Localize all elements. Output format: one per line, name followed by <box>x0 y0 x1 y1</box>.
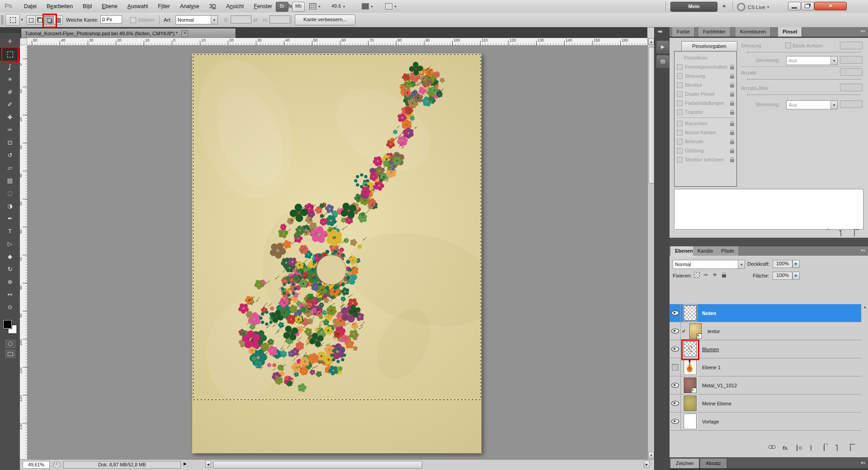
checkbox[interactable] <box>677 100 683 106</box>
panel-menu-icon[interactable]: ▾≡ <box>861 461 865 465</box>
brush-presets-button[interactable]: Pinselvorgaben <box>681 41 737 52</box>
control-dropdown-1[interactable]: Aus▼ <box>786 56 838 65</box>
layer-style-icon[interactable]: fx. <box>783 445 788 451</box>
cs-live-menu[interactable]: CS Live▼ <box>737 3 769 11</box>
delete-brush-icon[interactable] <box>854 230 861 236</box>
lock-icon[interactable] <box>730 141 734 144</box>
restore-button[interactable] <box>801 2 814 10</box>
document-canvas[interactable] <box>192 53 481 453</box>
lock-icon[interactable] <box>730 112 734 115</box>
brush-section-streuung[interactable]: Streuung <box>675 71 736 80</box>
checkbox[interactable] <box>677 64 683 70</box>
eyedropper-tool[interactable]: ✐ <box>0 99 20 111</box>
tab-korrekturen[interactable]: Korrekturen <box>736 27 771 37</box>
antialias-checkbox[interactable] <box>130 17 136 23</box>
collapse-panels-icon[interactable]: ◀◀ <box>657 29 661 33</box>
scroll-up-icon[interactable]: ▲ <box>648 38 654 45</box>
panel-menu-icon[interactable]: ▾≡ <box>861 248 865 253</box>
lock-icon[interactable] <box>730 132 734 135</box>
lasso-tool[interactable]: ʆ <box>0 61 20 73</box>
scroll-down-icon[interactable]: ▼ <box>648 452 654 458</box>
brush-section-pinselform[interactable]: Pinselform <box>675 53 736 62</box>
brush-section-transfer[interactable]: Transfer <box>675 108 736 117</box>
blur-tool[interactable]: ◌ <box>0 187 20 200</box>
layer-row-noten[interactable]: Noten <box>670 304 861 322</box>
checkbox[interactable] <box>677 109 683 115</box>
lock-position-icon[interactable]: ✛ <box>711 271 718 278</box>
vertical-scrollbar[interactable]: ▲ ▼ <box>647 38 655 459</box>
close-tab-icon[interactable]: × <box>181 30 188 37</box>
vertical-ruler[interactable]: 0102030405060708090100110120130 <box>20 45 28 459</box>
scatter-value-box[interactable] <box>840 42 863 49</box>
brush-section-airbrush[interactable]: Airbrush <box>675 137 736 146</box>
checkbox[interactable] <box>677 148 683 154</box>
status-flyout-arrow[interactable]: ▶ <box>184 461 187 466</box>
layer-thumbnail[interactable] <box>684 341 697 357</box>
lock-icon[interactable] <box>730 150 734 153</box>
blend-mode-dropdown[interactable]: Normal▼ <box>673 260 745 269</box>
layer-row-ebene-1[interactable]: Ebene 1 <box>670 358 861 376</box>
screen-mode-icon[interactable]: ▼ <box>385 3 397 9</box>
tab-farbe[interactable]: Farbe <box>672 27 695 37</box>
panel-menu-icon[interactable]: ▾≡ <box>861 29 865 33</box>
layer-thumbnail[interactable] <box>684 359 697 375</box>
tools-panel-grip[interactable] <box>0 27 20 34</box>
visibility-empty-box[interactable] <box>670 358 681 376</box>
3d-rotate-tool[interactable]: ↻ <box>0 263 20 276</box>
workspace-overflow-chevrons[interactable]: » <box>722 2 726 9</box>
lock-all-icon[interactable] <box>720 271 727 278</box>
status-zoom-field[interactable]: 49,61% <box>23 461 50 469</box>
crop-tool[interactable]: # <box>0 86 20 99</box>
tab-pfade[interactable]: Pfade <box>717 246 739 256</box>
hand-tool[interactable]: ↔ <box>0 288 20 301</box>
opacity-spinner-icon[interactable]: ▶ <box>793 260 800 268</box>
close-button[interactable]: ✕ <box>814 2 847 10</box>
layer-thumbnail[interactable] <box>689 323 702 339</box>
layer-row-vorlage[interactable]: Vorlage <box>670 413 861 431</box>
quick-selection-tool[interactable]: ✳ <box>0 73 20 86</box>
document-tab[interactable]: Tutorial_Konzert-Flyer_Photoshop.psd bei… <box>21 28 236 38</box>
brush-lock-icon[interactable] <box>826 230 833 236</box>
control-dropdown-2[interactable]: Aus▼ <box>786 100 838 109</box>
swap-width-height-icon[interactable]: ⇄ <box>253 17 258 23</box>
eraser-tool[interactable]: ▱ <box>0 162 20 174</box>
brush-section-glättung[interactable]: Glättung <box>675 146 736 155</box>
brush-section-nasse-kanten[interactable]: Nasse Kanten <box>675 128 736 137</box>
refine-edge-button[interactable]: Kante verbessern... <box>295 14 355 25</box>
control-value-box-1[interactable] <box>840 56 863 64</box>
horizontal-ruler[interactable]: 5040302010010203040506070809010011012013… <box>27 38 647 46</box>
pen-tool[interactable]: ✒ <box>0 212 20 225</box>
layer-name[interactable]: Ebene 1 <box>702 365 721 370</box>
checkbox[interactable] <box>677 157 683 163</box>
visibility-eye-icon[interactable] <box>670 376 681 394</box>
lock-icon[interactable] <box>730 103 734 106</box>
layer-row-meine-ebene[interactable]: Meine Ebene <box>670 395 861 413</box>
layer-name[interactable]: textur <box>708 329 720 334</box>
delete-layer-icon[interactable] <box>850 445 851 451</box>
checkbox[interactable] <box>677 130 683 136</box>
zoom-level-combo[interactable]: 49,6▼ <box>331 3 345 9</box>
dock-panel-icon-2[interactable]: ▤ <box>656 55 669 68</box>
visibility-eye-icon[interactable] <box>670 304 681 322</box>
layer-name[interactable]: Noten <box>702 310 716 316</box>
tab-pinsel[interactable]: Pinsel <box>778 27 802 37</box>
horizontal-scrollbar[interactable]: ◀ ▶ <box>204 460 652 469</box>
tab-kanaele[interactable]: Kanäle <box>693 246 718 256</box>
visibility-eye-icon[interactable] <box>670 395 681 412</box>
history-brush-tool[interactable]: ↺ <box>0 149 20 162</box>
layer-thumbnail[interactable] <box>684 414 697 429</box>
feather-input[interactable] <box>100 15 122 24</box>
menu-bild[interactable]: Bild <box>78 0 97 13</box>
layer-name[interactable]: Meine Ebene <box>702 401 731 406</box>
mini-bridge-button[interactable]: Mb <box>292 2 305 12</box>
menu-auswahl[interactable]: Auswahl <box>123 0 153 13</box>
scroll-left-icon[interactable]: ◀ <box>205 461 211 468</box>
menu-ansicht[interactable]: Ansicht <box>221 0 249 13</box>
screen-mode-button[interactable] <box>5 350 15 358</box>
layer-name[interactable]: Vorlage <box>702 419 719 424</box>
brush-section-farbeinstellungen[interactable]: Farbeinstellungen <box>675 99 736 108</box>
adjustment-layer-icon[interactable] <box>811 445 811 451</box>
new-group-icon[interactable] <box>824 445 825 451</box>
lock-transparency-icon[interactable] <box>693 271 700 278</box>
clone-stamp-tool[interactable]: ⊡ <box>0 136 20 149</box>
